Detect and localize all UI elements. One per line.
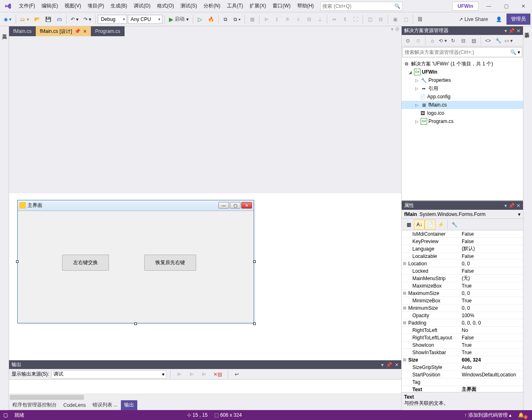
property-row[interactable]: SizeGripStyleAuto (402, 364, 523, 371)
open-button[interactable]: 📂 (32, 14, 42, 24)
menu-调试(D)[interactable]: 调试(D) (130, 1, 154, 11)
panel-close-icon[interactable]: ✕ (516, 28, 520, 34)
undo-button[interactable]: ↶ ▾ (69, 14, 81, 24)
property-object-selector[interactable]: fMainSystem.Windows.Forms.Form ▾ (402, 210, 523, 219)
property-pages-button[interactable]: 🔧 (449, 220, 460, 230)
property-row[interactable]: MinimizeBoxTrue (402, 297, 523, 304)
toolbox-tab[interactable]: 工具箱 (0, 29, 9, 410)
property-row[interactable]: Tag (402, 378, 523, 386)
logo-node[interactable]: 🖼logo.ico (402, 109, 523, 117)
tab-fmain-design[interactable]: fMain.cs [设计] 📌 ✕ (36, 26, 91, 36)
sol-collapse-icon[interactable]: ⊟ (459, 36, 468, 45)
form-designer[interactable]: 主界面 — ▢ ✕ 左右键交换 恢复原先右键 (17, 200, 254, 323)
property-row[interactable]: ShowIconTrue (402, 341, 523, 349)
restore-button[interactable]: 恢复原先右键 (144, 255, 196, 271)
minimize-button[interactable]: — (482, 1, 496, 11)
sol-showall-icon[interactable]: ▤ (469, 36, 478, 45)
events-button[interactable]: ⚡ (435, 220, 446, 230)
sol-sync-icon[interactable]: ⟲ ▾ (438, 36, 447, 45)
word-wrap-button[interactable]: ↩ (232, 369, 242, 379)
solution-tree[interactable]: ⧉解决方案 'UFWin' (1 个项目，共 1 个) ◢C#UFWin ▷🔧P… (402, 58, 523, 200)
panel-menu-icon[interactable]: ▾ (504, 203, 507, 209)
clear-output-button[interactable]: ✕▤ (211, 369, 224, 379)
solution-search[interactable]: 🔍 ▾ (402, 47, 522, 57)
alphabetical-button[interactable]: A↓ (414, 220, 425, 230)
close-button[interactable]: ✕ (516, 1, 530, 11)
tab-program-cs[interactable]: Program.cs (91, 26, 124, 36)
property-row[interactable]: RightToLeftNo (402, 327, 523, 334)
close-tab-icon[interactable]: ✕ (83, 29, 87, 34)
diagnostics-tab[interactable]: 诊断工具 (523, 29, 530, 410)
panel-menu-icon[interactable]: ▾ (504, 28, 507, 34)
output-source-combo[interactable]: 调试▾ (51, 370, 167, 378)
panel-menu-icon[interactable]: ▾ (381, 362, 384, 368)
property-row[interactable]: ⊞Size606, 324 (402, 356, 523, 364)
output-content[interactable] (9, 380, 401, 394)
global-search[interactable]: 🔍 (320, 2, 402, 11)
bottom-tab[interactable]: 输出 (121, 400, 137, 410)
fmain-node[interactable]: ▷⊞fMain.cs (402, 101, 523, 109)
panel-pin-icon[interactable]: 📌 (386, 362, 392, 368)
appconfig-node[interactable]: 📄App.config (402, 93, 523, 101)
solution-search-input[interactable] (403, 49, 509, 55)
menu-测试(S)[interactable]: 测试(S) (177, 1, 200, 11)
new-project-button[interactable]: 🗂 ▾ (18, 14, 31, 24)
property-row[interactable]: Opacity100% (402, 312, 523, 319)
property-row[interactable]: Text主界面 (402, 386, 523, 392)
bottom-tab[interactable]: 程序包管理器控制台 (9, 400, 60, 410)
menu-工具(T)[interactable]: 工具(T) (224, 1, 246, 11)
property-row[interactable]: ⊞MaximumSize0, 0 (402, 290, 523, 297)
property-row[interactable]: RightToLeftLayoutFalse (402, 334, 523, 341)
designer-surface[interactable]: 主界面 — ▢ ✕ 左右键交换 恢复原先右键 (9, 193, 401, 360)
properties-node[interactable]: ▷🔧Properties (402, 76, 523, 84)
property-row[interactable]: ⊞MinimumSize0, 0 (402, 304, 523, 312)
project-node[interactable]: ◢C#UFWin (402, 68, 523, 76)
sol-back-icon[interactable]: ⊙ (403, 36, 412, 45)
properties-button[interactable]: 📄 (425, 220, 435, 230)
menu-文件(F)[interactable]: 文件(F) (16, 1, 38, 11)
solution-node[interactable]: ⧉解决方案 'UFWin' (1 个项目，共 1 个) (402, 60, 523, 68)
property-row[interactable]: MaximizeBoxTrue (402, 282, 523, 290)
property-row[interactable]: IsMdiContainerFalse (402, 230, 523, 238)
tab-fmain-cs[interactable]: fMain.cs (9, 26, 36, 36)
sol-code-icon[interactable]: <> (483, 36, 493, 45)
feedback-button[interactable]: 👤 (494, 14, 504, 24)
property-row[interactable]: KeyPreviewFalse (402, 238, 523, 245)
resize-handle[interactable] (253, 323, 256, 325)
resize-handle[interactable] (16, 260, 19, 263)
config-combo[interactable]: Debug▾ (98, 15, 127, 24)
tab-settings-icon[interactable]: ⚙ (395, 26, 400, 193)
resize-handle[interactable] (134, 323, 137, 325)
source-control-button[interactable]: ↑ 添加到源代码管理 ▴ (464, 412, 511, 419)
property-row[interactable]: StartPositionWindowsDefaultLocation (402, 371, 523, 378)
platform-combo[interactable]: Any CPU▾ (128, 15, 162, 24)
menu-格式(O)[interactable]: 格式(O) (154, 1, 177, 11)
toolbar-btn1[interactable]: ⧉ (221, 14, 231, 24)
property-row[interactable]: ⊞Location0, 0 (402, 260, 523, 267)
start-button[interactable]: ▶ 启动 ▾ (167, 14, 191, 24)
categorize-button[interactable]: ▦ (403, 220, 414, 230)
property-row[interactable]: LockedFalse (402, 267, 523, 275)
menu-视图(V)[interactable]: 视图(V) (61, 1, 84, 11)
redo-button[interactable]: ↷ ▾ (81, 14, 93, 24)
sol-home-icon[interactable]: ⌂ (428, 36, 437, 45)
sol-preview-icon[interactable]: ▭ ▾ (504, 36, 513, 45)
notifications-button[interactable]: 🔔2 (518, 412, 529, 418)
menu-窗口(W)[interactable]: 窗口(W) (269, 1, 294, 11)
menu-编辑(E)[interactable]: 编辑(E) (38, 1, 61, 11)
tab-order-button[interactable]: ⛓ (415, 14, 425, 24)
sol-refresh-icon[interactable]: ↻ (449, 36, 458, 45)
bottom-tab[interactable]: 错误列表 ... (89, 400, 121, 410)
start-without-debug-button[interactable]: ▷ (195, 14, 205, 24)
panel-pin-icon[interactable]: 📌 (509, 203, 515, 209)
scrollbar-thumb[interactable] (10, 395, 84, 400)
references-node[interactable]: ▷▪▪引用 (402, 84, 523, 93)
panel-pin-icon[interactable]: 📌 (509, 28, 515, 34)
toolbar-btn2[interactable]: ⧉ ▾ (231, 14, 243, 24)
menu-扩展(X)[interactable]: 扩展(X) (246, 1, 269, 11)
property-row[interactable]: LocalizableFalse (402, 253, 523, 260)
menu-帮助(H)[interactable]: 帮助(H) (294, 1, 317, 11)
tab-overflow-icon[interactable]: ▾ (391, 26, 393, 193)
resize-handle[interactable] (253, 260, 256, 263)
property-grid[interactable]: IsMdiContainerFalseKeyPreviewFalseLangua… (402, 230, 523, 392)
